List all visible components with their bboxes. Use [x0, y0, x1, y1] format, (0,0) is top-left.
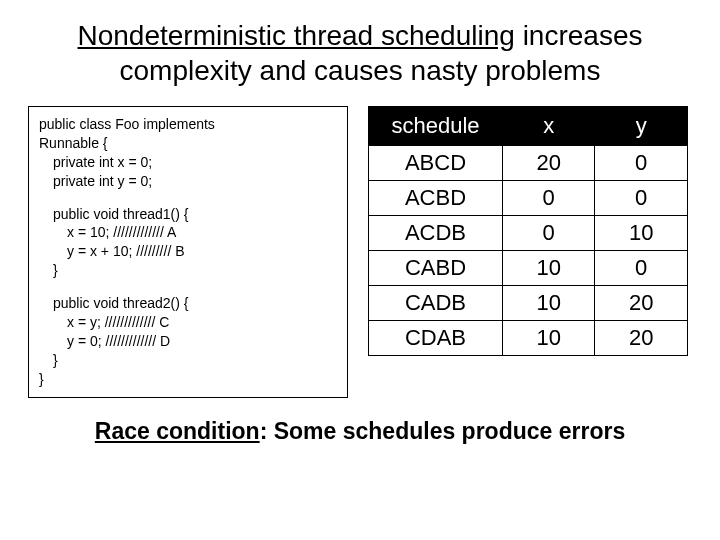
code-line: x = y; ///////////// C	[39, 313, 337, 332]
table-cell: 20	[502, 146, 595, 181]
content-row: public class Foo implements Runnable { p…	[28, 106, 692, 398]
table-header: x	[502, 107, 595, 146]
schedule-table: schedule x y ABCD200ACBD00ACDB010CABD100…	[368, 106, 688, 356]
table-cell: CDAB	[369, 321, 503, 356]
schedule-table-wrap: schedule x y ABCD200ACBD00ACDB010CABD100…	[368, 106, 692, 356]
code-line: public void thread2() {	[39, 294, 337, 313]
table-body: ABCD200ACBD00ACDB010CABD100CADB1020CDAB1…	[369, 146, 688, 356]
table-cell: 0	[502, 181, 595, 216]
table-cell: ACDB	[369, 216, 503, 251]
title-line2: complexity and causes nasty problems	[120, 55, 601, 86]
code-line: }	[39, 351, 337, 370]
table-cell: ACBD	[369, 181, 503, 216]
table-cell: CABD	[369, 251, 503, 286]
table-row: ABCD200	[369, 146, 688, 181]
code-line: public void thread1() {	[39, 205, 337, 224]
table-header-row: schedule x y	[369, 107, 688, 146]
table-cell: 10	[502, 251, 595, 286]
table-cell: 20	[595, 321, 688, 356]
table-cell: 0	[595, 146, 688, 181]
table-cell: 20	[595, 286, 688, 321]
table-cell: 10	[595, 216, 688, 251]
table-cell: 0	[595, 181, 688, 216]
table-row: CABD100	[369, 251, 688, 286]
table-cell: ABCD	[369, 146, 503, 181]
footer-rest: : Some schedules produce errors	[260, 418, 626, 444]
title-underlined: Nondeterministic thread scheduling	[78, 20, 515, 51]
table-header: schedule	[369, 107, 503, 146]
code-box: public class Foo implements Runnable { p…	[28, 106, 348, 398]
footer-text: Race condition: Some schedules produce e…	[28, 418, 692, 445]
table-row: ACDB010	[369, 216, 688, 251]
slide-title: Nondeterministic thread scheduling incre…	[28, 18, 692, 88]
code-line: Runnable {	[39, 135, 108, 151]
code-line: public class Foo implements	[39, 116, 215, 132]
table-cell: 0	[502, 216, 595, 251]
table-cell: 0	[595, 251, 688, 286]
code-line: }	[39, 261, 337, 280]
code-line: }	[39, 371, 44, 387]
code-line: y = x + 10; ///////// B	[39, 242, 337, 261]
table-row: CADB1020	[369, 286, 688, 321]
table-header: y	[595, 107, 688, 146]
code-line: private int y = 0;	[39, 172, 337, 191]
footer-underlined: Race condition	[95, 418, 260, 444]
code-line: y = 0; ///////////// D	[39, 332, 337, 351]
code-line: private int x = 0;	[39, 153, 337, 172]
code-line: x = 10; ///////////// A	[39, 223, 337, 242]
table-cell: 10	[502, 286, 595, 321]
table-cell: CADB	[369, 286, 503, 321]
title-rest1: increases	[515, 20, 643, 51]
table-row: CDAB1020	[369, 321, 688, 356]
table-row: ACBD00	[369, 181, 688, 216]
table-cell: 10	[502, 321, 595, 356]
